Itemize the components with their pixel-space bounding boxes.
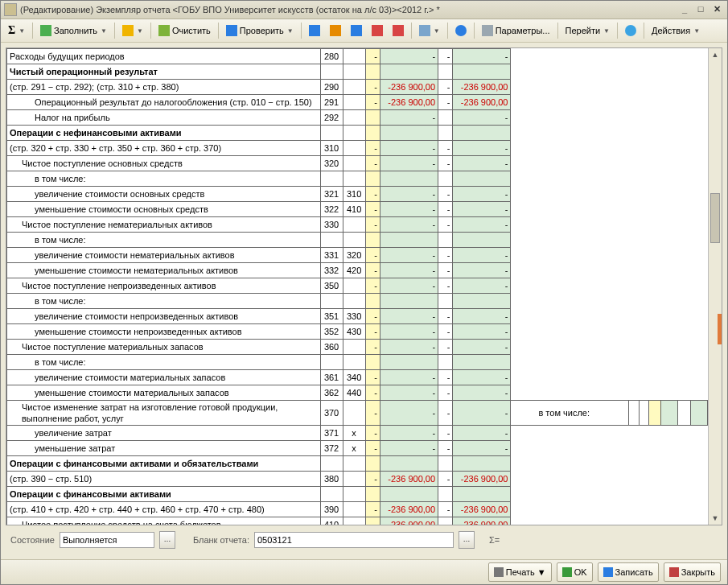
table-row[interactable]: Операционный результат до налогообложени… bbox=[7, 95, 708, 110]
blank-label: Бланк отчета: bbox=[193, 535, 249, 545]
separator bbox=[557, 23, 558, 39]
ok-label: OK bbox=[574, 567, 587, 577]
table-row[interactable]: увеличение стоимости материальных запасо… bbox=[7, 370, 708, 385]
report-grid: Расходы будущих периодов280----Чистый оп… bbox=[6, 48, 708, 525]
tool-icon bbox=[309, 25, 320, 36]
clear-label: Очистить bbox=[172, 26, 211, 35]
close-label: Закрыть bbox=[681, 567, 715, 577]
tool-grid[interactable]: ▼ bbox=[415, 21, 444, 40]
table-row[interactable]: Операции с финансовыми активами и обязат… bbox=[7, 456, 708, 472]
scroll-marker bbox=[718, 314, 722, 344]
ok-icon bbox=[562, 567, 572, 577]
table-row[interactable]: уменьшение затрат372х---- bbox=[7, 441, 708, 456]
table-row[interactable]: увеличение стоимости основных средств321… bbox=[7, 187, 708, 202]
check-icon bbox=[226, 25, 237, 36]
scroll-down-icon[interactable]: ▼ bbox=[709, 512, 722, 525]
print-button[interactable]: Печать▼ bbox=[488, 562, 552, 582]
table-row[interactable]: Чистое поступление материальных запасов3… bbox=[7, 340, 708, 355]
separator bbox=[32, 23, 33, 39]
table-row[interactable]: Налог на прибыль292-- bbox=[7, 110, 708, 126]
tool-1[interactable] bbox=[305, 21, 324, 40]
edit-button[interactable]: ▼ bbox=[118, 21, 147, 40]
v-thumb[interactable] bbox=[710, 193, 720, 243]
gear-icon bbox=[482, 25, 493, 36]
blank-dropdown-button[interactable]: … bbox=[459, 531, 475, 549]
table-row[interactable]: (стр. 291 − стр. 292); (стр. 310 + стр. … bbox=[7, 80, 708, 95]
clear-button[interactable]: Очистить bbox=[154, 21, 215, 40]
table-row[interactable]: Операции с финансовыми активами bbox=[7, 487, 708, 502]
state-field[interactable] bbox=[60, 532, 154, 548]
close-window-button[interactable]: ✕ bbox=[709, 3, 724, 16]
table-row[interactable]: Чистое поступление непроизведенных актив… bbox=[7, 278, 708, 294]
table-row[interactable]: в том числе: bbox=[7, 294, 708, 309]
ok-button[interactable]: OK bbox=[557, 562, 593, 582]
tool-icon bbox=[330, 25, 341, 36]
table-row[interactable]: в том числе: bbox=[7, 355, 708, 370]
sum-button[interactable]: Σ▼ bbox=[4, 21, 29, 40]
titlebar: (Редактирование) Экземпляр отчета <ГОБУ … bbox=[1, 1, 727, 19]
table-row[interactable]: (стр. 320 + стр. 330 + стр. 350 + стр. 3… bbox=[7, 141, 708, 156]
actions-button[interactable]: Действия▼ bbox=[648, 21, 704, 40]
content-area: Расходы будущих периодов280----Чистый оп… bbox=[1, 43, 727, 559]
table-row[interactable]: Чистое поступление основных средств320--… bbox=[7, 156, 708, 171]
table-row[interactable]: уменьшение стоимости непроизведенных акт… bbox=[7, 324, 708, 340]
table-row[interactable]: увеличение стоимости непроизведенных акт… bbox=[7, 309, 708, 324]
table-row[interactable]: уменьшение стоимости основных средств322… bbox=[7, 202, 708, 217]
sigma-icon: Σ bbox=[8, 24, 15, 37]
info-icon bbox=[455, 25, 467, 36]
footer-bar: Печать▼ OK Записать Закрыть bbox=[1, 559, 727, 584]
grid-scroll[interactable]: Расходы будущих периодов280----Чистый оп… bbox=[6, 48, 708, 525]
table-row[interactable]: в том числе: bbox=[7, 171, 708, 187]
broom-icon bbox=[158, 25, 170, 36]
separator bbox=[150, 23, 151, 39]
save-button[interactable]: Записать bbox=[598, 562, 659, 582]
table-row[interactable]: (стр. 410 + стр. 420 + стр. 440 + стр. 4… bbox=[7, 502, 708, 517]
close-button[interactable]: Закрыть bbox=[664, 562, 721, 582]
blank-field[interactable] bbox=[254, 532, 454, 548]
fill-button[interactable]: Заполнить▼ bbox=[36, 21, 111, 40]
table-row[interactable]: уменьшение стоимости нематериальных акти… bbox=[7, 263, 708, 278]
goto-button[interactable]: Перейти▼ bbox=[561, 21, 615, 40]
separator bbox=[411, 23, 412, 39]
table-row[interactable]: Чистое поступление средств на счета бюдж… bbox=[7, 517, 708, 525]
grid-container: Расходы будущих периодов280----Чистый оп… bbox=[6, 47, 722, 525]
tool-4[interactable] bbox=[368, 21, 387, 40]
print-label: Печать bbox=[506, 567, 535, 577]
fill-label: Заполнить bbox=[54, 26, 97, 35]
table-row[interactable]: Расходы будущих периодов280---- bbox=[7, 49, 708, 64]
pencil-icon bbox=[122, 25, 134, 36]
save-label: Записать bbox=[615, 567, 653, 577]
check-button[interactable]: Проверить▼ bbox=[222, 21, 298, 40]
separator bbox=[301, 23, 302, 39]
vertical-scrollbar[interactable]: ▲ ▼ bbox=[708, 48, 722, 525]
table-row[interactable]: Операции с нефинансовыми активами bbox=[7, 126, 708, 141]
table-row[interactable]: (стр. 390 − стр. 510)380--236 900,00--23… bbox=[7, 472, 708, 487]
tool-5[interactable] bbox=[389, 21, 408, 40]
table-row[interactable]: Чистый операционный результат bbox=[7, 64, 708, 80]
help-button[interactable] bbox=[621, 21, 640, 40]
maximize-button[interactable]: □ bbox=[693, 3, 708, 16]
separator bbox=[218, 23, 219, 39]
table-row[interactable]: уменьшение стоимости материальных запасо… bbox=[7, 385, 708, 401]
tool-3[interactable] bbox=[347, 21, 366, 40]
table-row[interactable]: Чистое поступление нематериальных активо… bbox=[7, 217, 708, 233]
separator bbox=[447, 23, 448, 39]
params-label: Параметры... bbox=[496, 26, 550, 35]
save-icon bbox=[603, 567, 613, 577]
state-dropdown-button[interactable]: … bbox=[159, 531, 175, 549]
close-icon bbox=[669, 567, 679, 577]
minimize-button[interactable]: _ bbox=[677, 3, 692, 16]
table-row[interactable]: увеличение стоимости нематериальных акти… bbox=[7, 248, 708, 263]
table-row[interactable]: увеличение затрат371х---- bbox=[7, 426, 708, 441]
params-button[interactable]: Параметры... bbox=[478, 21, 554, 40]
separator bbox=[474, 23, 475, 39]
scroll-up-icon[interactable]: ▲ bbox=[709, 48, 722, 61]
arrow-left-icon bbox=[372, 25, 383, 36]
tool-2[interactable] bbox=[326, 21, 345, 40]
check-label: Проверить bbox=[240, 26, 284, 35]
sigma-label: Σ= bbox=[489, 535, 500, 545]
grid-icon bbox=[419, 25, 430, 36]
window-title: (Редактирование) Экземпляр отчета <ГОБУ … bbox=[20, 5, 676, 14]
table-row[interactable]: в том числе: bbox=[7, 233, 708, 248]
tool-info[interactable] bbox=[451, 21, 471, 40]
